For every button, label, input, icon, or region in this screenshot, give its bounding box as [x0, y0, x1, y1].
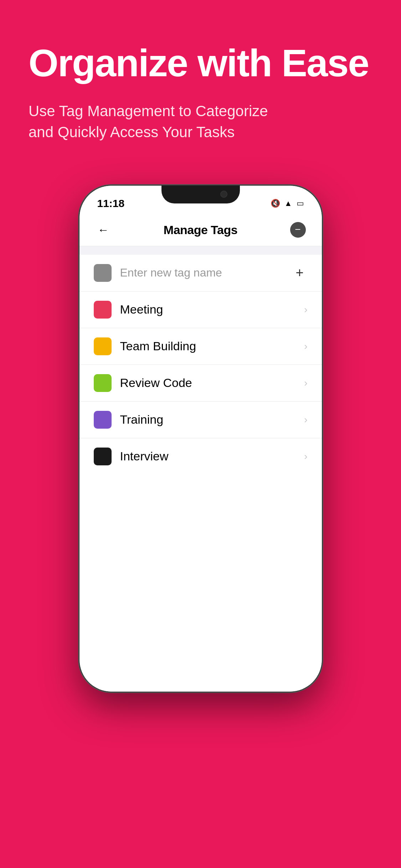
status-time: 11:18 [97, 197, 125, 210]
minus-button[interactable]: − [290, 222, 306, 238]
hero-subtitle: Use Tag Management to Categorize and Qui… [29, 101, 278, 143]
tag-color-swatch [94, 301, 112, 319]
hero-section: Organize with Ease Use Tag Management to… [0, 0, 401, 164]
phone-container: 11:18 🔇 ▲ ▭ ← Manage Tags − [0, 186, 401, 692]
camera-icon [220, 191, 227, 198]
phone-frame: 11:18 🔇 ▲ ▭ ← Manage Tags − [79, 186, 322, 692]
tag-label: Team Building [120, 339, 296, 353]
tag-label: Training [120, 413, 296, 427]
add-tag-button[interactable]: + [292, 265, 308, 281]
tag-row[interactable]: Team Building› [79, 328, 322, 365]
tag-label: Interview [120, 449, 296, 463]
wifi-icon: ▲ [284, 199, 292, 208]
tag-row[interactable]: Meeting› [79, 291, 322, 328]
chevron-right-icon: › [304, 414, 307, 425]
tag-color-swatch [94, 448, 112, 465]
plus-icon: + [295, 265, 303, 280]
chevron-right-icon: › [304, 304, 307, 315]
screen-title: Manage Tags [164, 223, 237, 237]
tag-label: Meeting [120, 303, 296, 316]
minus-icon: − [295, 224, 300, 234]
back-button[interactable]: ← [96, 222, 111, 238]
chevron-right-icon: › [304, 341, 307, 352]
tag-row[interactable]: Review Code› [79, 365, 322, 402]
battery-icon: ▭ [297, 199, 304, 208]
back-arrow-icon: ← [98, 223, 109, 237]
status-icons: 🔇 ▲ ▭ [271, 199, 304, 208]
new-tag-input-row[interactable]: Enter new tag name + [79, 255, 322, 291]
notch [161, 186, 240, 203]
chevron-right-icon: › [304, 377, 307, 389]
mute-icon: 🔇 [271, 199, 280, 208]
new-tag-input[interactable]: Enter new tag name [120, 266, 283, 279]
tag-color-swatch [94, 411, 112, 429]
tag-label: Review Code [120, 376, 296, 390]
tag-rows-container: Meeting›Team Building›Review Code›Traini… [79, 291, 322, 475]
tag-row[interactable]: Interview› [79, 438, 322, 475]
app-header: ← Manage Tags − [79, 214, 322, 246]
tag-color-swatch [94, 374, 112, 392]
new-tag-color-swatch[interactable] [94, 264, 112, 282]
hero-title: Organize with Ease [29, 43, 372, 83]
tag-row[interactable]: Training› [79, 402, 322, 438]
tag-list: Enter new tag name + Meeting›Team Buildi… [79, 255, 322, 692]
phone-screen: 11:18 🔇 ▲ ▭ ← Manage Tags − [79, 186, 322, 692]
tag-color-swatch [94, 337, 112, 355]
chevron-right-icon: › [304, 451, 307, 462]
